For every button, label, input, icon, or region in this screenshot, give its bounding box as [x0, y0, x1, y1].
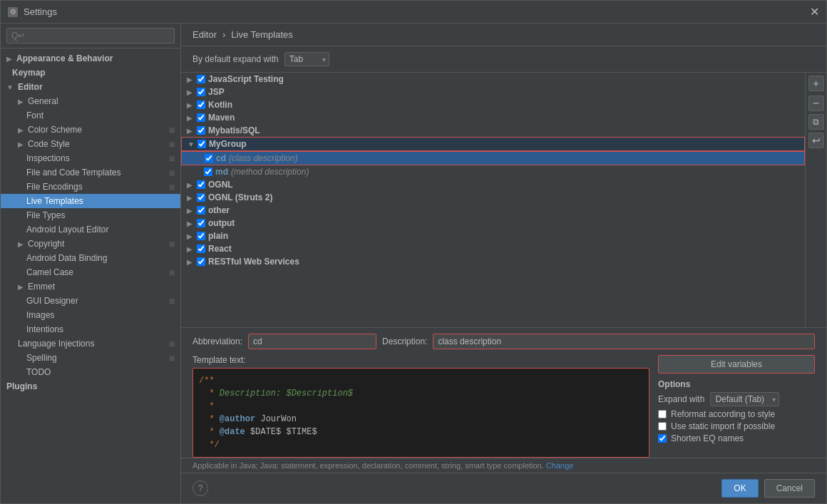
template-group-other[interactable]: ▶ other [181, 204, 805, 217]
arrow-icon: ▼ [6, 83, 14, 91]
group-checkbox[interactable] [197, 101, 205, 109]
sidebar-item-label: Code Style [28, 139, 70, 149]
help-button[interactable]: ? [192, 480, 208, 496]
group-checkbox[interactable] [197, 140, 206, 148]
sidebar-item-code-style[interactable]: ▶ Code Style ⊞ [1, 137, 180, 151]
group-name: output [208, 218, 235, 228]
sidebar-item-copyright[interactable]: ▶ Copyright ⊞ [1, 237, 180, 251]
static-import-checkbox[interactable] [658, 422, 667, 431]
remove-button[interactable]: − [808, 96, 824, 111]
arrow-icon: ▶ [18, 240, 24, 248]
group-checkbox[interactable] [197, 88, 205, 96]
panel-toolbar: By default expand with Tab Enter Space [181, 46, 826, 73]
template-group-output[interactable]: ▶ output [181, 217, 805, 230]
sidebar-item-inspections[interactable]: Inspections ⊞ [1, 151, 180, 165]
group-checkbox[interactable] [197, 245, 205, 253]
group-checkbox[interactable] [197, 232, 205, 240]
shorten-eq-checkbox[interactable] [658, 434, 667, 443]
sidebar-item-todo[interactable]: TODO [1, 365, 180, 379]
copy-icon: ⊞ [169, 155, 175, 163]
group-checkbox[interactable] [197, 193, 205, 202]
applicable-row: Applicable in Java; Java: statement, exp… [181, 458, 826, 473]
sidebar-item-images[interactable]: Images [1, 308, 180, 322]
template-group-ognl-struts2[interactable]: ▶ OGNL (Struts 2) [181, 191, 805, 204]
add-button[interactable]: + [808, 76, 824, 91]
reformat-checkbox-row: Reformat according to style [658, 409, 815, 419]
sidebar-item-live-templates[interactable]: Live Templates [1, 194, 180, 208]
sidebar-item-font[interactable]: Font [1, 108, 180, 123]
collapse-arrow: ▶ [187, 194, 194, 202]
group-name: OGNL [208, 180, 233, 190]
search-input[interactable] [6, 28, 175, 43]
template-item-cd[interactable]: cd (class description) [181, 151, 805, 165]
sidebar-item-camel-case[interactable]: Camel Case ⊞ [1, 265, 180, 279]
abbreviation-input[interactable] [248, 334, 376, 349]
template-item-md[interactable]: md (method description) [181, 165, 805, 178]
sidebar-item-editor[interactable]: ▼ Editor [1, 80, 180, 94]
sidebar-item-keymap[interactable]: Keymap [1, 66, 180, 80]
description-label: Description: [382, 336, 427, 346]
sidebar-item-file-templates[interactable]: File and Code Templates ⊞ [1, 165, 180, 180]
template-group-ognl[interactable]: ▶ OGNL [181, 178, 805, 191]
group-checkbox[interactable] [197, 219, 205, 227]
copy-icon: ⊞ [169, 240, 175, 248]
group-checkbox[interactable] [197, 180, 205, 189]
sidebar-item-appearance[interactable]: ▶ Appearance & Behavior [1, 51, 180, 66]
group-checkbox[interactable] [197, 206, 205, 215]
template-group-mygroup[interactable]: ▼ MyGroup [181, 137, 805, 151]
template-group-kotlin[interactable]: ▶ Kotlin [181, 98, 805, 111]
sidebar-item-spelling[interactable]: Spelling ⊞ [1, 351, 180, 365]
collapse-arrow: ▶ [187, 127, 194, 135]
window-title: Settings [24, 6, 57, 17]
group-checkbox[interactable] [197, 126, 205, 135]
settings-window: ⚙ Settings ✕ ▶ Appearance & Behavior Key… [0, 0, 827, 504]
sidebar-item-gui-designer[interactable]: GUI Designer ⊞ [1, 294, 180, 308]
sidebar-item-label: Font [26, 110, 43, 120]
template-code[interactable]: /** * Description: $Description$ * * @au… [192, 368, 649, 458]
expand-select[interactable]: Tab Enter Space [284, 52, 329, 66]
sidebar-item-android-layout[interactable]: Android Layout Editor [1, 222, 180, 237]
group-checkbox[interactable] [197, 113, 205, 122]
sidebar-item-color-scheme[interactable]: ▶ Color Scheme ⊞ [1, 123, 180, 137]
template-group-js-testing[interactable]: ▶ JavaScript Testing [181, 73, 805, 86]
template-checkbox[interactable] [205, 154, 213, 163]
template-group-restful[interactable]: ▶ RESTful Web Services [181, 255, 805, 268]
description-input[interactable] [433, 334, 815, 349]
abbreviation-label: Abbreviation: [192, 336, 242, 346]
template-name: cd [216, 153, 226, 163]
reformat-checkbox[interactable] [658, 410, 667, 418]
sidebar-item-language-injections[interactable]: Language Injections ⊞ [1, 336, 180, 351]
titlebar-left: ⚙ Settings [8, 6, 57, 17]
bottom-buttons: ? OK Cancel [181, 473, 826, 503]
sidebar-item-android-data-binding[interactable]: Android Data Binding [1, 251, 180, 265]
template-group-jsp[interactable]: ▶ JSP [181, 86, 805, 98]
close-button[interactable]: ✕ [810, 5, 819, 19]
sidebar-item-label: Images [26, 310, 54, 320]
template-group-mybatis[interactable]: ▶ Mybatis/SQL [181, 124, 805, 137]
sidebar-item-emmet[interactable]: ▶ Emmet [1, 279, 180, 294]
group-checkbox[interactable] [197, 257, 205, 266]
template-checkbox[interactable] [204, 168, 212, 176]
group-checkbox[interactable] [197, 75, 205, 83]
template-group-plain[interactable]: ▶ plain [181, 230, 805, 242]
sidebar-item-file-types[interactable]: File Types [1, 208, 180, 222]
collapse-arrow: ▶ [187, 181, 194, 189]
sidebar-item-plugins[interactable]: Plugins [1, 379, 180, 394]
expand-with-select[interactable]: Default (Tab) Tab Enter Space [710, 392, 779, 406]
titlebar: ⚙ Settings ✕ [1, 1, 826, 24]
sidebar-item-general[interactable]: ▶ General [1, 94, 180, 108]
cancel-button[interactable]: Cancel [764, 479, 815, 498]
sidebar-item-intentions[interactable]: Intentions [1, 322, 180, 336]
copy-button[interactable]: ⧉ [808, 114, 824, 130]
collapse-arrow: ▶ [187, 76, 194, 83]
ok-button[interactable]: OK [721, 479, 758, 498]
edit-variables-button[interactable]: Edit variables [658, 355, 815, 374]
template-group-react[interactable]: ▶ React [181, 242, 805, 255]
change-link[interactable]: Change [546, 461, 574, 470]
reset-button[interactable]: ↩ [808, 133, 824, 148]
sidebar-item-file-encodings[interactable]: File Encodings ⊞ [1, 180, 180, 194]
collapse-arrow: ▶ [187, 114, 194, 122]
breadcrumb-part2: Live Templates [231, 29, 292, 40]
template-group-maven[interactable]: ▶ Maven [181, 111, 805, 124]
static-import-label: Use static import if possible [671, 421, 775, 431]
